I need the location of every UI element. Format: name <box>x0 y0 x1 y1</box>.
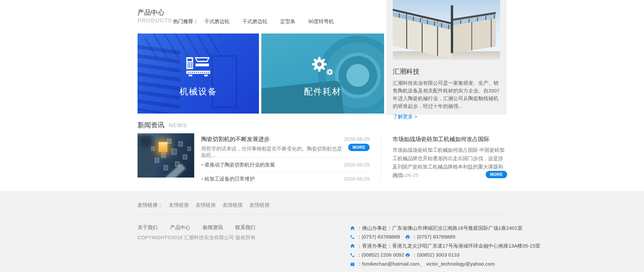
photo-decor <box>451 5 453 53</box>
footer-nav-news[interactable]: 新闻资讯 <box>203 224 223 230</box>
card-content: 配件耗材 <box>261 33 384 114</box>
copyright: COPYRIGHT©2018 汇潮科技实业有限公司 版权所有 <box>138 234 256 241</box>
products-section-subtitle: PRODUCTS <box>138 17 172 24</box>
products-section-title: 产品中心 <box>138 8 164 17</box>
contact-fax-text: ：(00852) 3003 0133 <box>412 252 460 258</box>
footer: 友情链接： 友情链接 友情链接 友情链接 友情链接 关于我们 产品中心 新闻资讯… <box>0 191 644 272</box>
fax-icon <box>405 253 410 258</box>
thumb-decor <box>151 147 155 151</box>
friend-link-4[interactable]: 友情链接 <box>250 202 270 208</box>
side-news-title[interactable]: 市场如战场瓷砖加工机械如何攻占国际 <box>392 135 489 143</box>
thumb-decor <box>155 158 159 163</box>
factory-building-photo <box>393 0 500 60</box>
card-content: 机械设备 <box>138 33 259 114</box>
divider <box>138 214 506 215</box>
friend-links-label: 友情链接： <box>138 202 163 208</box>
about-more-link[interactable]: 了解更多 > <box>393 114 417 120</box>
news-list-item[interactable]: 砖加工设备的日常维护 <box>201 176 255 182</box>
news-side-column: 市场如战场瓷砖加工机械如何攻占国际 市场如战场瓷砖加工机械如何攻占国际 中国瓷砖… <box>392 133 507 181</box>
about-company-panel: 汇潮科技 汇潮科技实业有限公司是一家集研发、生产、销售陶机设备及相关配件耗材的实… <box>386 0 506 115</box>
hot-link-2[interactable]: 干式磨边轮 <box>242 18 267 24</box>
hot-link-4[interactable]: 90度转弯机 <box>308 18 334 24</box>
news-section-title: 新闻资讯 <box>138 121 164 129</box>
category-card-parts[interactable]: 配件耗材 <box>261 33 384 114</box>
contact-address-foshan: ：佛山办事处：广东省佛山市禅城区汾江南路18号雅庭国际广场1座2401室 <box>350 225 522 231</box>
contact-email-text: ：fsmikechan@hotmail.com、 victor_technolo… <box>357 261 495 267</box>
divider <box>201 172 370 173</box>
contact-address-text: ：佛山办事处：广东省佛山市禅城区汾江南路18号雅庭国际广场1座2401室 <box>357 225 522 231</box>
main-content: 产品中心 PRODUCTS 热门推荐： 干式磨边轮 干式磨边轮 定型条 90度转… <box>138 0 506 191</box>
thumb-decor <box>140 136 151 147</box>
card-label-parts: 配件耗材 <box>304 86 341 97</box>
page: 产品中心 PRODUCTS 热门推荐： 干式磨边轮 干式磨边轮 定型条 90度转… <box>0 0 644 272</box>
machine-icon <box>185 56 211 84</box>
footer-nav-about[interactable]: 关于我们 <box>138 224 158 230</box>
gear-icon <box>311 56 335 84</box>
friend-link-1[interactable]: 友情链接 <box>169 202 189 208</box>
contact-fax: ：(0757) 83789889 <box>405 234 455 240</box>
footer-inner: 友情链接： 友情链接 友情链接 友情链接 友情链接 关于我们 产品中心 新闻资讯… <box>138 191 506 272</box>
news-center-column: 陶瓷切割机的不断发展进步 2018-06-25 用哲学的话来说，任何事物都是在不… <box>201 133 370 181</box>
hot-link-3[interactable]: 定型条 <box>280 18 296 24</box>
thumb-decor <box>164 165 168 170</box>
contact-phone-text: ：(00852) 2206 0092 <box>357 252 404 258</box>
home-icon <box>350 225 355 231</box>
friend-links-row: 友情链接： 友情链接 友情链接 友情链接 友情链接 <box>138 202 275 208</box>
hot-link-1[interactable]: 干式磨边轮 <box>204 18 229 24</box>
news-list-item-date: 2018-06-25 <box>344 162 370 167</box>
thumb-decor <box>183 154 187 159</box>
featured-news-title[interactable]: 陶瓷切割机的不断发展进步 <box>201 135 270 143</box>
friend-link-3[interactable]: 友情链接 <box>223 202 243 208</box>
phone-icon <box>350 234 355 240</box>
fax-icon <box>405 234 410 240</box>
vertical-divider <box>381 134 381 181</box>
footer-nav-contact[interactable]: 联系我们 <box>235 224 256 230</box>
thumb-decor <box>161 153 166 158</box>
hot-recommend-row: 热门推荐： 干式磨边轮 干式磨边轮 定型条 90度转弯机 <box>173 18 345 25</box>
envelope-icon <box>350 262 355 267</box>
news-section-heading: 新闻资讯 NEWS <box>138 121 187 130</box>
divider <box>201 158 370 158</box>
news-section-subtitle: NEWS <box>168 122 187 129</box>
about-company-title: 汇潮科技 <box>393 67 500 76</box>
contact-phone-text: ：(0757) 83789889 <box>357 234 400 240</box>
contact-email: ：fsmikechan@hotmail.com、 victor_technolo… <box>350 261 495 267</box>
thumb-decor <box>175 161 179 166</box>
contact-address-hongkong: ：香港办事处：香港九龙尖沙咀广东道17号海港城环球金融中心南座13A楼05-15… <box>350 243 540 249</box>
contact-phone-fax-hongkong: ：(00852) 2206 0092 ：(00852) 3003 0133 <box>350 252 404 258</box>
contact-fax: ：(00852) 3003 0133 <box>405 252 460 258</box>
thumb-decor <box>159 142 167 152</box>
contact-fax-text: ：(0757) 83789889 <box>412 234 455 240</box>
home-icon <box>350 243 355 249</box>
category-card-machinery[interactable]: 机械设备 <box>138 33 259 114</box>
news-list-item[interactable]: 谁推动了陶瓷切割机行业的发展 <box>201 162 275 168</box>
side-news-date: 2018-06-25 <box>392 172 418 178</box>
contact-address-text: ：香港办事处：香港九龙尖沙咀广东道17号海港城环球金融中心南座13A楼05-15… <box>357 243 540 249</box>
hot-recommend-label: 热门推荐： <box>173 18 198 24</box>
featured-news-excerpt: 用哲学的话来说，任何事物都是在不断变化的。陶瓷切割机也是如此... <box>201 146 345 158</box>
thumb-decor <box>187 147 191 151</box>
side-more-button[interactable]: MORE <box>486 171 507 178</box>
footer-nav: 关于我们 产品中心 新闻资讯 联系我们 <box>138 224 267 231</box>
thumb-decor <box>167 139 171 144</box>
news-list-item-date: 2018-06-25 <box>344 176 370 182</box>
featured-more-button[interactable]: MORE <box>348 144 370 151</box>
friend-link-2[interactable]: 友情链接 <box>196 202 216 208</box>
news-thumbnail[interactable] <box>138 133 194 178</box>
thumb-decor <box>178 141 183 146</box>
about-company-description: 汇潮科技实业有限公司是一家集研发、生产、销售陶机设备及相关配件耗材的实力企业。自… <box>393 79 500 110</box>
featured-news-date: 2018-06-25 <box>344 136 370 142</box>
footer-nav-products[interactable]: 产品中心 <box>170 224 190 230</box>
card-label-machinery: 机械设备 <box>179 86 217 97</box>
phone-icon <box>350 253 355 258</box>
thumb-decor <box>171 149 177 155</box>
contact-phone-fax-foshan: ：(0757) 83789889 ：(0757) 83789889 <box>350 234 400 240</box>
